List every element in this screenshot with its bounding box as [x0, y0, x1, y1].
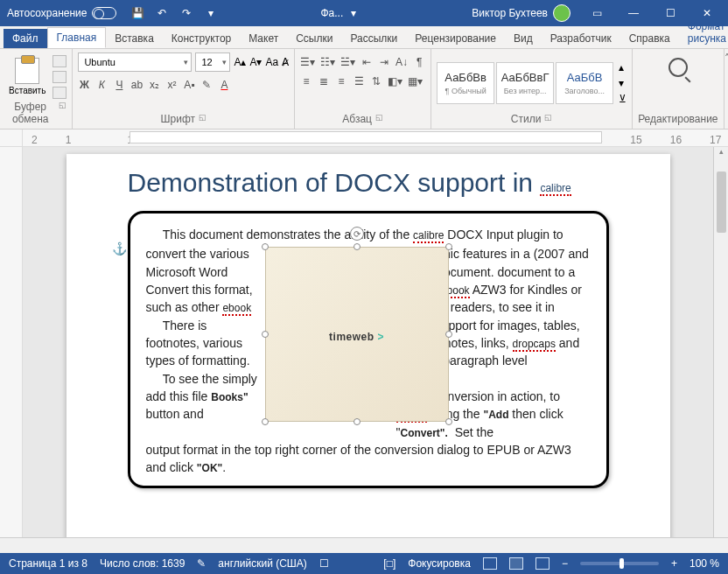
ribbon-options-icon[interactable]: ▭ — [579, 2, 614, 24]
highlight-icon[interactable]: ✎ — [200, 79, 213, 91]
zoom-in-icon[interactable]: + — [671, 557, 677, 570]
format-painter-icon[interactable] — [52, 87, 66, 99]
vertical-scrollbar[interactable]: ▴ — [713, 147, 728, 537]
change-case-icon[interactable]: Aa — [265, 56, 278, 68]
cut-icon[interactable] — [52, 55, 66, 67]
tab-layout[interactable]: Макет — [240, 29, 287, 48]
title-dropdown-icon[interactable]: ▾ — [346, 6, 360, 20]
borders-icon[interactable]: ▦▾ — [408, 75, 423, 88]
tab-mail[interactable]: Рассылки — [341, 29, 406, 48]
styles-up-icon[interactable]: ▴ — [619, 61, 626, 74]
status-accessibility-icon[interactable]: ☐ — [319, 557, 329, 570]
align-center-icon[interactable]: ≣ — [318, 75, 330, 88]
underline-icon[interactable]: Ч — [113, 79, 125, 91]
para-launcher-icon[interactable]: ◱ — [375, 113, 383, 125]
grow-font-icon[interactable]: A▴ — [234, 56, 246, 68]
font-name-select[interactable]: Ubuntu — [78, 52, 192, 72]
subscript-icon[interactable]: x₂ — [148, 79, 160, 91]
sort-icon[interactable]: A↓ — [396, 56, 408, 68]
horizontal-scrollbar[interactable] — [0, 537, 728, 553]
tab-help[interactable]: Справка — [620, 29, 679, 48]
user-account[interactable]: Виктор Бухтеев — [472, 4, 570, 22]
tab-insert[interactable]: Вставка — [106, 29, 163, 48]
qat-more-icon[interactable]: ▾ — [204, 6, 218, 20]
bold-icon[interactable]: Ж — [78, 79, 90, 91]
tab-dev[interactable]: Разработчик — [542, 29, 620, 48]
resize-handle[interactable] — [262, 418, 269, 425]
italic-icon[interactable]: К — [95, 79, 108, 91]
style-heading[interactable]: АаБбВЗаголово... — [556, 62, 613, 104]
tab-view[interactable]: Вид — [505, 29, 542, 48]
styles-down-icon[interactable]: ▾ — [619, 77, 626, 89]
resize-handle[interactable] — [354, 243, 360, 250]
status-proofing-icon[interactable]: ✎ — [197, 557, 206, 570]
status-lang[interactable]: английский (США) — [218, 557, 306, 570]
save-icon[interactable]: 💾 — [130, 6, 144, 20]
show-marks-icon[interactable]: ¶ — [413, 56, 425, 68]
status-focus[interactable]: Фокусировка — [408, 557, 471, 570]
paste-button[interactable]: Вставить — [5, 56, 49, 97]
justify-icon[interactable]: ☰ — [353, 75, 365, 88]
print-layout-icon[interactable] — [509, 557, 523, 570]
resize-handle[interactable] — [445, 331, 452, 338]
styles-more-icon[interactable]: ⊻ — [619, 93, 626, 105]
tab-format[interactable]: Формат рисунка — [679, 17, 728, 48]
horizontal-ruler[interactable]: 2112345678910111213141516171819 — [0, 130, 728, 147]
strike-icon[interactable]: ab — [130, 79, 143, 91]
resize-handle[interactable] — [262, 331, 269, 338]
zoom-out-icon[interactable]: − — [562, 557, 568, 570]
resize-handle[interactable] — [445, 243, 452, 250]
status-page[interactable]: Страница 1 из 8 — [9, 557, 88, 570]
clipboard-launcher-icon[interactable]: ◱ — [59, 101, 66, 125]
tab-file[interactable]: Файл — [4, 29, 47, 48]
undo-icon[interactable]: ↶ — [155, 6, 169, 20]
collapse-ribbon-icon[interactable]: ˄ — [724, 49, 728, 129]
web-layout-icon[interactable] — [536, 557, 550, 570]
indent-dec-icon[interactable]: ⇤ — [360, 56, 373, 68]
font-size-select[interactable]: 12 — [195, 52, 230, 72]
style-nospacing[interactable]: АаБбВвГБез интер... — [496, 62, 554, 104]
tab-design[interactable]: Конструктор — [163, 29, 240, 48]
scrollbar-thumb[interactable] — [717, 172, 726, 233]
style-normal[interactable]: АаБбВв¶ Обычный — [437, 62, 494, 104]
align-right-icon[interactable]: ≡ — [335, 75, 347, 88]
autosave-toggle[interactable]: Автосохранение — [7, 7, 116, 19]
styles-launcher-icon[interactable]: ◱ — [544, 113, 552, 125]
rotate-handle-icon[interactable]: ⟳ — [350, 227, 364, 241]
minimize-icon[interactable]: — — [616, 2, 651, 24]
redo-icon[interactable]: ↷ — [179, 6, 193, 20]
clear-format-icon[interactable]: A̷ — [282, 56, 289, 68]
find-icon[interactable] — [668, 58, 688, 77]
copy-icon[interactable] — [52, 71, 66, 83]
tab-refs[interactable]: Ссылки — [287, 29, 341, 48]
line-spacing-icon[interactable]: ⇅ — [370, 75, 382, 88]
font-label: Шрифт — [161, 113, 195, 125]
resize-handle[interactable] — [262, 243, 269, 250]
focus-mode-icon[interactable]: [□] — [383, 557, 396, 570]
page[interactable]: Demonstration of DOCX support in calibre… — [66, 154, 670, 537]
shrink-font-icon[interactable]: A▾ — [249, 56, 262, 68]
superscript-icon[interactable]: x² — [165, 79, 178, 91]
bullets-icon[interactable]: ☰▾ — [300, 56, 315, 68]
selected-image[interactable]: timeweb > ⟳ — [265, 247, 449, 422]
styles-gallery[interactable]: АаБбВв¶ Обычный АаБбВвГБез интер... АаБб… — [437, 62, 613, 104]
font-color-icon[interactable]: A — [218, 79, 230, 91]
read-mode-icon[interactable] — [483, 557, 497, 570]
vertical-ruler[interactable] — [0, 147, 23, 537]
toggle-switch[interactable] — [92, 7, 116, 19]
numbering-icon[interactable]: ☷▾ — [320, 56, 335, 68]
shading-icon[interactable]: ◧▾ — [388, 75, 402, 88]
resize-handle[interactable] — [354, 418, 360, 425]
resize-handle[interactable] — [445, 418, 452, 425]
font-launcher-icon[interactable]: ◱ — [199, 113, 206, 125]
indent-inc-icon[interactable]: ⇥ — [378, 56, 390, 68]
multilevel-icon[interactable]: ☱▾ — [340, 56, 355, 68]
text-effects-icon[interactable]: A▪ — [183, 79, 195, 91]
tab-home[interactable]: Главная — [47, 27, 107, 48]
status-words[interactable]: Число слов: 1639 — [100, 557, 185, 570]
zoom-slider[interactable] — [580, 562, 659, 565]
tab-review[interactable]: Рецензирование — [406, 29, 505, 48]
align-left-icon[interactable]: ≡ — [300, 75, 312, 88]
zoom-value[interactable]: 100 % — [690, 557, 719, 570]
anchor-icon[interactable]: ⚓ — [112, 242, 127, 256]
